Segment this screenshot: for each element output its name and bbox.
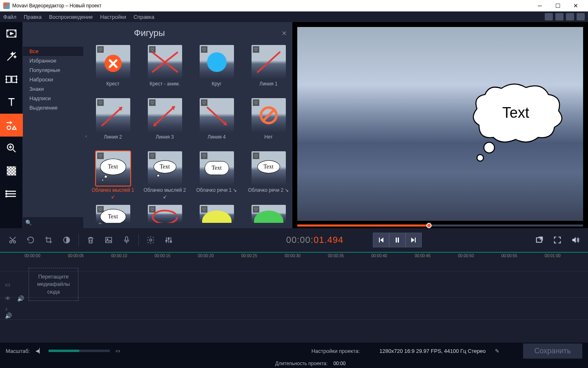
zoom-fit-icon[interactable]: ▭ <box>116 348 120 354</box>
share-icon[interactable] <box>577 13 585 20</box>
edit-settings-icon[interactable]: ✎ <box>495 348 499 354</box>
zoom-slider[interactable] <box>49 350 110 352</box>
menu-playback[interactable]: Воспроизведение <box>49 14 93 20</box>
tool-transitions[interactable] <box>0 68 23 91</box>
timeline-area: ▭ Перетащитемедиафайлысюда 👁 🔊 ♪ 🔊 <box>0 261 588 343</box>
svg-rect-41 <box>398 238 399 242</box>
equalizer-button[interactable] <box>161 232 176 248</box>
shape-item[interactable]: ♡Круг <box>194 45 239 93</box>
favorite-icon[interactable]: ♡ <box>253 99 259 106</box>
app-icon <box>3 2 10 9</box>
shape-item[interactable]: ♡TextОблачко речи 2 ↘ <box>246 151 291 200</box>
thought-bubble-overlay[interactable]: Text <box>461 80 571 170</box>
pause-button[interactable] <box>389 233 405 247</box>
project-settings-label: Настройки проекта: <box>312 348 360 354</box>
maximize-button[interactable]: ☐ <box>549 0 567 11</box>
color-button[interactable] <box>59 232 74 248</box>
shape-item[interactable]: ♡Линия 2 <box>91 98 135 146</box>
rotate-button[interactable] <box>23 232 38 248</box>
favorite-icon[interactable]: ♡ <box>201 206 207 213</box>
shape-item[interactable]: ♡Линия 3 <box>143 98 187 146</box>
settings-button[interactable] <box>143 232 158 248</box>
crop-button[interactable] <box>41 232 56 248</box>
svg-text:Text: Text <box>502 104 529 121</box>
panel-close-icon[interactable]: × <box>276 29 292 38</box>
svg-point-17 <box>6 193 7 195</box>
tool-filters[interactable] <box>0 45 23 68</box>
zoom-label: Масштаб: <box>6 348 30 354</box>
shape-item[interactable]: ♡ <box>194 205 239 223</box>
tool-more[interactable] <box>0 182 23 205</box>
shape-item[interactable]: ♡Линия 1 <box>246 45 291 93</box>
youtube-icon[interactable] <box>545 13 553 20</box>
close-button[interactable]: ✕ <box>567 0 585 11</box>
menu-file[interactable]: Файл <box>3 14 16 20</box>
svg-point-4 <box>6 79 7 80</box>
next-button[interactable] <box>405 233 422 247</box>
ruler-tick: 00:00:35 <box>328 254 344 258</box>
delete-button[interactable] <box>83 232 98 248</box>
tool-shapes[interactable] <box>0 114 23 137</box>
svg-point-9 <box>7 126 11 130</box>
category-popular[interactable]: Популярные <box>23 65 83 75</box>
zoom-out-icon[interactable]: ◀▏ <box>36 348 43 354</box>
timecode: 00:00:01.494 <box>286 235 343 245</box>
detach-button[interactable] <box>532 232 547 248</box>
svg-line-21 <box>154 106 175 126</box>
shape-item[interactable]: ♡Крест - аним. <box>143 45 187 93</box>
ok-icon[interactable] <box>555 13 564 20</box>
minimize-button[interactable]: ─ <box>531 0 549 11</box>
tool-zoom[interactable] <box>0 137 23 159</box>
favorite-icon[interactable]: ♡ <box>253 153 259 159</box>
volume-button[interactable] <box>568 232 583 248</box>
drop-zone[interactable]: Перетащитемедиафайлысюда <box>29 268 78 301</box>
shape-item[interactable]: ♡TextОблачко мыслей 1 ↙ <box>91 151 135 200</box>
preview-viewport[interactable]: Text <box>297 27 583 221</box>
ruler-tick: 00:00:20 <box>198 254 214 258</box>
svg-point-37 <box>166 240 167 242</box>
track-mute-icon[interactable]: 🔊 <box>5 312 12 319</box>
category-favorites[interactable]: Избранное <box>23 56 83 65</box>
tool-titles[interactable] <box>0 91 23 114</box>
image-button[interactable] <box>101 232 116 248</box>
fullscreen-button[interactable] <box>550 232 565 248</box>
shape-item[interactable]: ♡Нет <box>246 98 291 146</box>
favorite-icon[interactable]: ♡ <box>253 206 259 213</box>
video-track[interactable]: ▭ Перетащитемедиафайлысюда 👁 🔊 <box>0 272 588 298</box>
menu-edit[interactable]: Правка <box>24 14 42 20</box>
shape-item[interactable]: ♡Линия 4 <box>194 98 239 146</box>
shape-item[interactable]: ♡Крест <box>91 45 135 93</box>
category-sketches[interactable]: Наброски <box>23 75 83 84</box>
playhead[interactable] <box>426 223 432 228</box>
preview-scrubber[interactable] <box>297 221 583 228</box>
favorite-icon[interactable]: ♡ <box>97 46 104 53</box>
vk-icon[interactable] <box>566 13 574 20</box>
collapse-handle[interactable]: ‹ <box>83 44 89 228</box>
category-captions[interactable]: Надписи <box>23 94 83 103</box>
tool-media[interactable] <box>0 22 23 45</box>
favorite-icon[interactable]: ♡ <box>201 46 207 53</box>
category-selection[interactable]: Выделение <box>23 103 83 112</box>
svg-line-24 <box>207 107 227 125</box>
prev-button[interactable] <box>373 233 389 247</box>
cut-button[interactable] <box>5 232 20 248</box>
favorite-icon[interactable]: ♡ <box>97 153 104 159</box>
timeline-ruler[interactable]: 00:00:0000:00:0500:00:1000:00:1500:00:20… <box>0 252 588 261</box>
audio-track[interactable]: ♪ 🔊 <box>0 298 588 320</box>
category-all[interactable]: Все <box>23 47 83 56</box>
shape-item[interactable]: ♡TextОблачко речи 1 ↘ <box>194 151 239 200</box>
menu-help[interactable]: Справка <box>134 14 154 20</box>
favorite-icon[interactable]: ♡ <box>149 153 156 159</box>
mic-button[interactable] <box>119 232 134 248</box>
category-signs[interactable]: Знаки <box>23 84 83 94</box>
svg-point-36 <box>149 239 152 241</box>
svg-rect-33 <box>106 238 112 243</box>
shape-item[interactable]: ♡ <box>143 205 187 223</box>
save-button[interactable]: Сохранить <box>523 343 582 359</box>
menu-settings[interactable]: Настройки <box>100 14 126 20</box>
shape-item[interactable]: ♡Text <box>91 205 135 223</box>
shape-item[interactable]: ♡ <box>246 205 291 223</box>
tool-chromakey[interactable] <box>0 159 23 182</box>
shape-item[interactable]: ♡TextОблачко мыслей 2 ↙ <box>143 151 187 200</box>
favorite-icon[interactable]: ♡ <box>201 153 207 159</box>
